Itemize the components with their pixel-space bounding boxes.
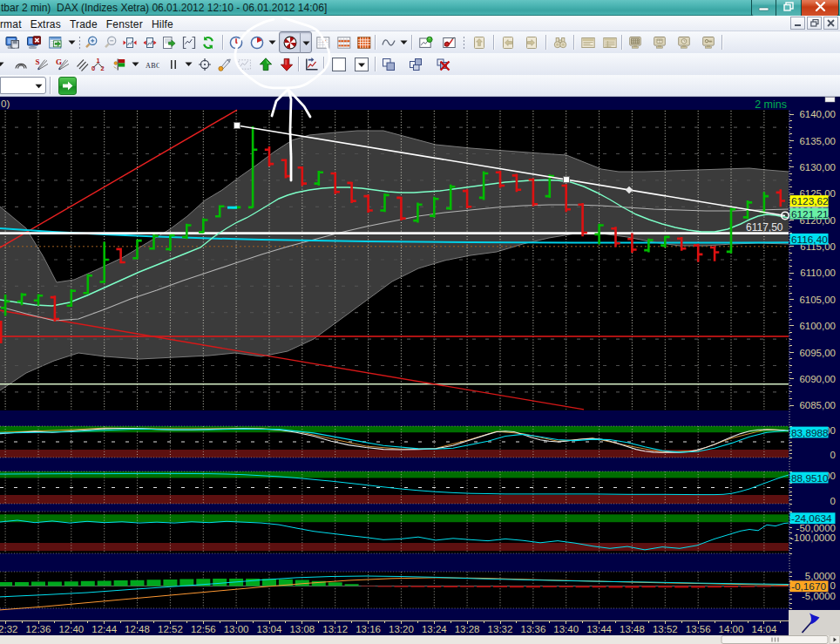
- quote-board-3-button[interactable]: [354, 32, 374, 52]
- indicator-panel-macd[interactable]: [0, 572, 789, 610]
- go-to-end-button[interactable]: [159, 32, 180, 52]
- mdi-restore-button[interactable]: [807, 17, 822, 30]
- panel-axis-label: 0: [830, 450, 836, 460]
- panel-axis-label: -100,0000: [790, 532, 836, 543]
- mdi-close-button[interactable]: [823, 17, 838, 30]
- doc-up-icon: [472, 36, 486, 50]
- crosshair-button[interactable]: [194, 54, 214, 74]
- timer-button[interactable]: [226, 32, 246, 52]
- sell-arrow-button[interactable]: [276, 54, 296, 74]
- gann-lines-button[interactable]: G: [52, 54, 72, 74]
- chevron-down-icon: [68, 40, 76, 45]
- chart-area[interactable]: 6117,50 6140,00 6135,00 6130,00 6125,00 …: [0, 97, 840, 644]
- period-pinwheel-button[interactable]: [280, 32, 300, 52]
- draw-arc-button[interactable]: [10, 54, 30, 74]
- zoom-out-button[interactable]: [100, 32, 120, 52]
- horizontal-scrollbar[interactable]: [0, 635, 840, 644]
- chevron-down-icon: [302, 41, 310, 46]
- apply-symbol-button[interactable]: [58, 77, 77, 95]
- chart-study-button[interactable]: [439, 32, 459, 52]
- indicator-curve-dropdown[interactable]: [398, 32, 410, 52]
- color-swatch-button[interactable]: [326, 54, 351, 74]
- export-data-button[interactable]: [45, 32, 65, 52]
- svg-text:6121,21: 6121,21: [791, 208, 829, 220]
- arrange-windows-button[interactable]: [378, 54, 398, 74]
- minimize-button[interactable]: [751, 0, 776, 17]
- expand-chart-button[interactable]: [139, 32, 159, 52]
- maximize-button[interactable]: [776, 0, 802, 17]
- watchlist-2-button[interactable]: [600, 32, 620, 52]
- quote-board-1-button[interactable]: [313, 32, 333, 52]
- menu-item-trade[interactable]: Trade: [65, 16, 102, 31]
- buy-arrow-button[interactable]: [255, 54, 275, 74]
- speed-lines-button[interactable]: S: [31, 54, 51, 74]
- menu-item-extras[interactable]: Extras: [26, 16, 65, 31]
- fit-chart-button[interactable]: [179, 32, 199, 52]
- knife-icon: [218, 58, 232, 71]
- screen-quotes-button[interactable]: [625, 32, 645, 52]
- wave-count-button[interactable]: 102: [88, 54, 108, 74]
- monitor-close-icon: [27, 36, 41, 50]
- indicator-panel-cci[interactable]: [0, 512, 789, 553]
- time-axis[interactable]: 12:32 12:36 12:40 12:44 12:48 12:52 12:5…: [0, 620, 789, 635]
- screen-key-button[interactable]: [698, 32, 718, 52]
- window-titlebar[interactable]: tbar 2 min) DAX (Indizes Xetra) 06.01.20…: [0, 0, 840, 16]
- mdi-minimize-button[interactable]: [790, 17, 805, 30]
- period-pinwheel-dropdown[interactable]: [300, 33, 311, 53]
- text-label-button[interactable]: ABC: [142, 54, 162, 74]
- new-chart-button[interactable]: [416, 32, 436, 52]
- vertical-lines-button[interactable]: [163, 54, 183, 74]
- time-axis-label: 13:56: [686, 624, 711, 634]
- cut-tool-button[interactable]: [214, 54, 234, 74]
- period-select-button[interactable]: [247, 32, 267, 52]
- page-up-button[interactable]: [469, 32, 489, 52]
- flag-marker-button[interactable]: [110, 54, 130, 74]
- menu-item-format[interactable]: Format: [0, 16, 26, 31]
- panel-current-label: -24,0634: [790, 512, 836, 525]
- chart-window[interactable]: 6117,50 6140,00 6135,00 6130,00 6125,00 …: [0, 97, 840, 644]
- period-select-dropdown[interactable]: [267, 32, 278, 52]
- chevron-down-icon: [0, 62, 4, 67]
- grid-full-icon: [357, 36, 371, 50]
- close-button[interactable]: [802, 0, 839, 17]
- indicator-panel-stochastic-fast[interactable]: [0, 426, 789, 458]
- price-axis-label: 6105,00: [799, 295, 836, 305]
- flag-marker-dropdown[interactable]: [130, 54, 141, 74]
- line-style-dropdown[interactable]: [183, 54, 194, 74]
- save-workspace-button[interactable]: [2, 32, 22, 52]
- axis-corner-widget[interactable]: [825, 98, 835, 103]
- panel-axis-label: 5,0000: [805, 571, 836, 581]
- chart-presentation-button[interactable]: [301, 54, 322, 74]
- screen-time-button[interactable]: [674, 32, 694, 52]
- svg-text:-0,1670: -0,1670: [791, 580, 826, 593]
- trendline-handle-square[interactable]: [234, 123, 240, 129]
- menu-item-hilfe[interactable]: Hilfe: [147, 16, 178, 31]
- svg-text:6123,62: 6123,62: [791, 195, 829, 207]
- chart-brackets-icon: [182, 36, 196, 50]
- indicator-panel-stochastic-slow[interactable]: [0, 471, 789, 504]
- watchlist-1-button[interactable]: [578, 32, 598, 52]
- page-left-button[interactable]: [498, 32, 518, 52]
- svg-text:ABC: ABC: [146, 61, 159, 69]
- indicator-curve-button[interactable]: [378, 32, 398, 52]
- delete-all-button[interactable]: [433, 54, 453, 74]
- search-symbol-button[interactable]: [550, 32, 570, 52]
- menu-bar: FormatExtrasTradeFensterHilfe: [0, 16, 840, 31]
- trendline-handle-square[interactable]: [564, 177, 570, 183]
- color-drop-icon: [355, 58, 369, 71]
- reload-data-button[interactable]: [198, 32, 218, 52]
- freehand-line-button[interactable]: [235, 54, 255, 74]
- prev-tool-dropdown[interactable]: [0, 54, 6, 74]
- close-workspace-button[interactable]: [24, 32, 44, 52]
- scrollbar-track[interactable]: [0, 635, 840, 644]
- color-picker-button[interactable]: [352, 54, 370, 74]
- compress-chart-button[interactable]: [120, 32, 140, 52]
- page-right-button[interactable]: [522, 32, 542, 52]
- menu-item-fenster[interactable]: Fenster: [102, 16, 147, 31]
- screen-layout-button[interactable]: [649, 32, 669, 52]
- cascade-windows-button[interactable]: [405, 54, 425, 74]
- zoom-in-button[interactable]: [81, 32, 101, 52]
- quote-board-2-button[interactable]: [334, 32, 354, 52]
- symbol-combobox[interactable]: [0, 77, 46, 94]
- time-axis-label: 13:20: [389, 624, 414, 634]
